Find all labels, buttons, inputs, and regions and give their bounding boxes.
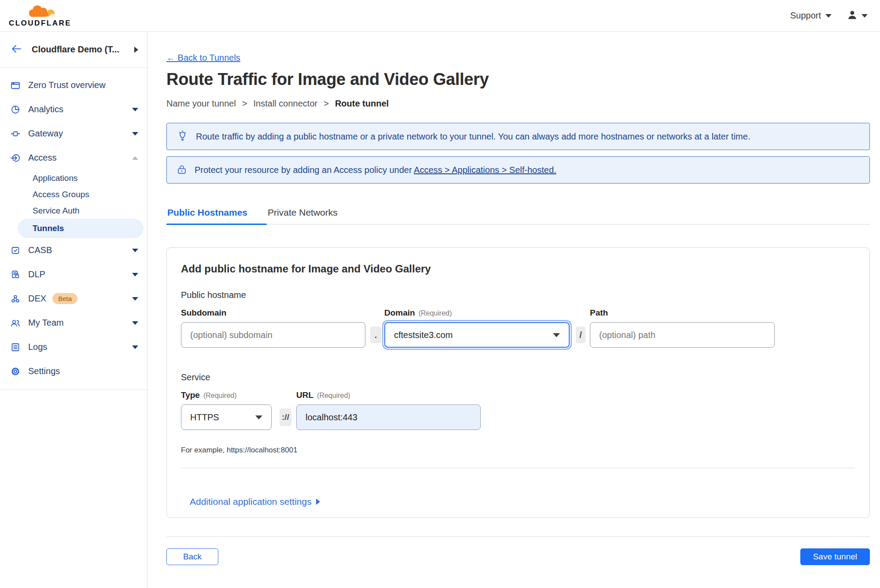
account-name: Cloudflare Demo (T... <box>32 44 119 55</box>
sidebar-item-label: Tunnels <box>33 224 64 233</box>
additional-application-settings-toggle[interactable]: Additional application settings <box>190 496 320 507</box>
type-label-text: Type <box>181 390 200 400</box>
type-required-tag: (Required) <box>203 392 237 399</box>
back-button[interactable]: Back <box>166 548 218 565</box>
banner-text-before: Protect your resource by adding an Acces… <box>195 165 414 175</box>
sidebar-item-label: Analytics <box>28 104 63 114</box>
sidebar-item-label: Settings <box>28 366 60 376</box>
user-menu[interactable] <box>847 9 868 22</box>
service-type-select[interactable]: HTTPS <box>181 404 272 430</box>
chevron-down-icon <box>255 415 262 419</box>
subdomain-input[interactable] <box>181 322 365 348</box>
dlp-document-lock-icon <box>10 269 21 280</box>
dex-cluster-icon <box>10 294 21 304</box>
sidebar-item-label: Access <box>28 153 56 163</box>
scheme-separator: :// <box>280 408 291 426</box>
breadcrumb-step-install-connector[interactable]: Install connector <box>254 99 318 109</box>
sidebar-item-service-auth[interactable]: Service Auth <box>0 202 147 219</box>
browser-window-icon <box>10 80 21 91</box>
additional-settings-label: Additional application settings <box>190 496 312 507</box>
banner-text: Route traffic by adding a public hostnam… <box>196 132 750 142</box>
public-hostname-group-label: Public hostname <box>181 290 855 300</box>
slash-separator: / <box>576 327 585 343</box>
path-input[interactable] <box>590 322 775 348</box>
url-example-hint: For example, https://localhost:8001 <box>181 446 855 455</box>
cloudflare-wordmark: CLOUDFLARE <box>9 19 71 28</box>
sidebar-item-access[interactable]: Access <box>0 146 147 170</box>
subdomain-group: Subdomain <box>181 308 365 348</box>
support-menu[interactable]: Support <box>790 11 832 21</box>
sidebar-item-label: CASB <box>28 245 52 255</box>
cloudflare-logo[interactable]: CLOUDFLARE <box>7 4 73 28</box>
sidebar-item-analytics[interactable]: Analytics <box>0 97 147 121</box>
sidebar: Cloudflare Demo (T... Zero Trust overvie… <box>0 32 147 588</box>
url-label-text: URL <box>296 390 313 400</box>
sidebar-item-label: Service Auth <box>33 206 80 216</box>
chevron-right-icon[interactable] <box>134 47 138 53</box>
access-policy-info-banner: Protect your resource by adding an Acces… <box>166 156 870 184</box>
domain-required-tag: (Required) <box>419 309 452 317</box>
sidebar-item-zero-trust-overview[interactable]: Zero Trust overview <box>0 73 147 97</box>
sidebar-item-label: Logs <box>28 342 47 352</box>
hostname-field-row: Subdomain . Domain(Required) cftestsite3… <box>181 308 855 348</box>
service-group-label: Service <box>181 372 855 382</box>
access-applications-self-hosted-link[interactable]: Access > Applications > Self-hosted. <box>414 165 556 175</box>
sidebar-item-gateway[interactable]: Gateway <box>0 121 147 146</box>
logs-document-icon <box>10 342 21 353</box>
sidebar-item-dex[interactable]: DEX Beta <box>0 287 147 311</box>
chevron-down-icon <box>132 273 138 276</box>
chevron-up-icon <box>132 156 138 160</box>
sidebar-item-access-groups[interactable]: Access Groups <box>0 186 147 202</box>
sidebar-item-settings[interactable]: Settings <box>0 359 147 383</box>
sidebar-item-my-team[interactable]: My Team <box>0 311 147 335</box>
type-group: Type(Required) HTTPS <box>181 390 272 430</box>
domain-label: Domain(Required) <box>384 308 570 318</box>
sidebar-item-logs[interactable]: Logs <box>0 335 147 359</box>
url-required-tag: (Required) <box>317 392 350 399</box>
sidebar-item-casb[interactable]: CASB <box>0 238 147 262</box>
footer-actions: Back Save tunnel <box>166 548 870 565</box>
url-group: URL(Required) <box>296 390 481 430</box>
domain-select[interactable]: cftestsite3.com <box>384 322 570 348</box>
gateway-icon <box>10 129 21 139</box>
breadcrumb-separator: > <box>236 99 254 109</box>
path-group: Path <box>590 308 775 348</box>
chevron-down-icon <box>825 14 832 18</box>
support-label: Support <box>790 11 821 21</box>
analytics-pie-icon <box>10 104 21 115</box>
lock-icon <box>177 164 187 176</box>
dot-separator: . <box>370 327 381 343</box>
card-heading: Add public hostname for Image and Video … <box>181 263 855 275</box>
sidebar-divider <box>0 390 147 390</box>
route-traffic-info-banner: Route traffic by adding a public hostnam… <box>166 123 870 150</box>
arrow-left-icon[interactable] <box>11 43 22 56</box>
tab-private-networks[interactable]: Private Networks <box>267 207 357 224</box>
chevron-down-icon <box>132 321 138 325</box>
account-switcher[interactable]: Cloudflare Demo (T... <box>0 32 147 68</box>
sidebar-item-label: Access Groups <box>33 190 89 199</box>
chevron-down-icon <box>132 249 138 252</box>
breadcrumb: Name your tunnel > Install connector > R… <box>166 99 870 109</box>
sidebar-item-applications[interactable]: Applications <box>0 170 147 186</box>
url-label: URL(Required) <box>296 390 481 400</box>
main-content: ← Back to Tunnels Route Traffic for Imag… <box>147 32 880 588</box>
service-url-input[interactable] <box>296 404 481 430</box>
chevron-down-icon <box>132 108 138 111</box>
service-type-value: HTTPS <box>190 412 219 423</box>
sidebar-item-label: DEX <box>28 294 46 304</box>
access-login-icon <box>10 153 21 163</box>
sidebar-item-label: DLP <box>28 269 45 279</box>
domain-group: Domain(Required) cftestsite3.com <box>384 308 570 348</box>
breadcrumb-step-name-your-tunnel[interactable]: Name your tunnel <box>166 99 236 109</box>
sidebar-item-tunnels[interactable]: Tunnels <box>18 219 144 238</box>
sidebar-item-dlp[interactable]: DLP <box>0 262 147 287</box>
back-to-tunnels-link[interactable]: ← Back to Tunnels <box>166 53 240 63</box>
topbar-right: Support <box>790 9 868 22</box>
sidebar-nav: Zero Trust overview Analytics Gateway <box>0 68 147 390</box>
sidebar-item-label: Zero Trust overview <box>28 80 106 90</box>
banner-text: Protect your resource by adding an Acces… <box>195 165 556 175</box>
chevron-down-icon <box>553 333 560 337</box>
service-section: Service Type(Required) HTTPS :// <box>181 372 855 430</box>
tab-public-hostnames[interactable]: Public Hostnames <box>166 207 267 224</box>
save-tunnel-button[interactable]: Save tunnel <box>800 548 870 565</box>
